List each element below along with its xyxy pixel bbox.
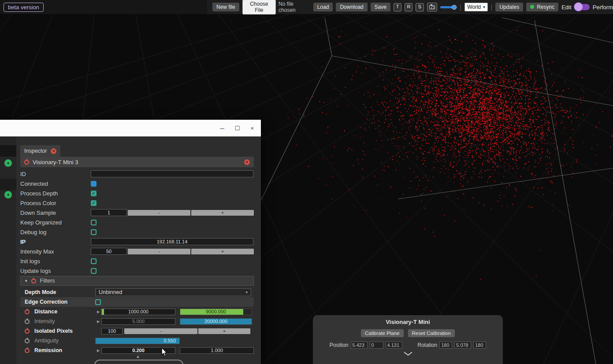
reset-calibration-button[interactable]: Reset Calibration [408,329,455,337]
remission-max-input[interactable]: 1.000 [180,347,254,354]
isolated-pixels-input[interactable]: 100 [101,328,123,335]
new-file-button[interactable]: New file [212,3,239,11]
init-logs-checkbox[interactable] [91,258,97,264]
close-tab-icon[interactable]: × [51,148,56,154]
keep-organized-checkbox[interactable] [91,220,97,225]
scale-mode-button[interactable]: S [416,3,424,11]
field-label: Process Color [20,200,91,206]
world-select[interactable]: World ▾ [464,3,488,11]
choose-file-button[interactable]: Choose File [242,0,276,15]
close-button[interactable]: × [250,125,254,131]
remission-power-icon[interactable] [25,348,30,353]
process-depth-checkbox[interactable]: ✓ [91,191,97,196]
updates-button[interactable]: Updates [495,3,523,11]
filter-row-isolated-pixels: Isolated Pixels 100 - + [20,326,254,336]
slider-knob[interactable] [452,5,457,10]
intensity-min-input[interactable]: 5.000 [101,318,175,325]
field-label: Connected [20,180,91,187]
translate-mode-button[interactable]: T [394,3,401,11]
connected-indicator[interactable] [91,181,97,187]
prop-row-down-sample: Down Sample - + [20,208,254,217]
tab-row: Inspector × [20,145,254,157]
position-x-input[interactable] [351,342,368,349]
world-select-value: World [467,4,481,10]
save-button[interactable]: Save [371,3,390,11]
expand-icon[interactable]: ▶ [97,349,101,353]
distance-power-icon[interactable] [25,309,30,314]
position-z-input[interactable] [386,342,402,349]
process-color-checkbox[interactable]: ✓ [91,200,97,206]
side-tab[interactable] [0,179,16,190]
down-sample-increment-button[interactable]: + [191,210,254,216]
file-input: Choose File No file chosen [242,0,310,15]
filter-label: Intensity [34,318,95,324]
screenshot-button[interactable] [427,3,437,11]
field-label: Debug log [20,229,91,235]
tab-inspector[interactable]: Inspector × [20,145,60,157]
distance-min-input[interactable]: 1000.000 [101,309,175,315]
intensity-power-icon[interactable] [25,319,30,324]
filters-section-header[interactable]: ▾ Filters [20,276,254,286]
inspector-window: ─ ☐ × + + Inspector × Visio [0,120,261,364]
add-device-button[interactable]: + [4,159,12,167]
id-input[interactable] [91,170,253,177]
collapse-chevron-icon[interactable] [403,351,413,356]
window-titlebar[interactable]: ─ ☐ × [0,120,261,136]
edge-correction-checkbox[interactable] [95,299,101,305]
rotation-z-input[interactable] [473,342,486,349]
maximize-button[interactable]: ☐ [235,125,240,131]
minimize-button[interactable]: ─ [220,125,224,131]
intensity-max-input[interactable] [91,248,127,255]
calibrate-plane-button[interactable]: Calibrate Plane [361,329,404,337]
filters-power-icon[interactable] [31,279,36,283]
download-button[interactable]: Download [336,3,367,11]
rotation-y-input[interactable] [454,342,471,349]
device-header[interactable]: Visionary-T Mini 3 × [20,157,254,167]
toggle-knob[interactable] [574,2,583,11]
expand-icon[interactable]: ▶ [97,310,101,314]
field-label: Keep Organized [20,219,91,226]
power-icon[interactable] [24,160,29,165]
isolated-pixels-decrement-button[interactable]: - [124,328,197,334]
add-device-button[interactable]: + [4,191,12,199]
down-sample-input[interactable] [91,209,127,216]
isolated-pixels-power-icon[interactable] [25,329,30,334]
resync-button[interactable]: Resync [526,3,558,11]
position-y-input[interactable] [370,342,383,349]
remove-device-icon[interactable]: × [244,159,250,165]
down-sample-decrement-button[interactable]: - [128,210,190,216]
depth-mode-select[interactable]: Unbinned ▾ [95,288,251,296]
edit-perform-toggle[interactable] [575,4,590,10]
intensity-max-slider[interactable]: 20000.000 [180,318,252,325]
ambiguity-value: 0.550 [163,338,176,343]
ambiguity-power-icon[interactable] [25,338,30,343]
ip-input[interactable] [91,238,253,245]
intensity-max-decrement-button[interactable]: - [128,249,190,254]
rotate-mode-button[interactable]: R [405,3,412,11]
point-size-slider[interactable] [440,6,457,8]
expand-icon[interactable]: ▶ [97,320,101,324]
rotation-label: Rotation [418,342,438,348]
load-button[interactable]: Load [313,3,333,11]
update-logs-checkbox[interactable] [91,268,97,274]
rotation-x-input[interactable] [439,342,452,349]
distance-max-slider[interactable]: 9000.000 [180,309,252,315]
camera-icon [429,5,435,9]
debug-log-checkbox[interactable] [91,229,97,235]
prop-row-ip: IP [20,237,254,246]
isolated-pixels-increment-button[interactable]: + [198,328,250,334]
prop-row-init-logs: Init logs [20,256,254,266]
filter-label: Remission [34,347,95,353]
filter-row-distance: Distance ▶ 1000.000 9000.000 [20,307,254,316]
intensity-max-value: 20000.000 [204,319,227,324]
filters-body: Depth Mode Unbinned ▾ Edge Correction [20,286,254,355]
intensity-max-increment-button[interactable]: + [191,249,254,254]
filter-label: Isolated Pixels [34,328,95,334]
ambiguity-slider[interactable]: 0.550 [95,338,180,344]
remission-min-value: 0.200 [132,348,145,353]
side-tab[interactable] [0,145,16,157]
inspector-body: + + Inspector × Visionary-T Mini 3 × [0,136,261,364]
filter-label: Edge Correction [25,299,95,305]
prop-row-update-logs: Update logs [20,266,254,276]
distance-max-value: 9000.000 [206,309,226,314]
